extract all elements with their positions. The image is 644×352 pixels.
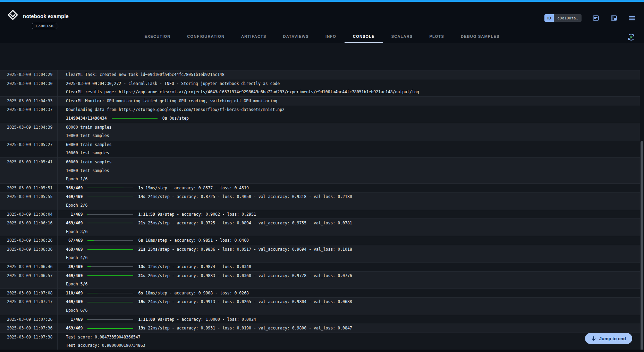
log-group: 2025-03-09 11:07:38Test score: 0.0847335… [0, 333, 644, 350]
log-timestamp: 2025-03-09 11:05:55 [0, 192, 58, 209]
tab-artifacts[interactable]: ARTIFACTS [233, 31, 275, 43]
progress-count: 469/469 [66, 298, 83, 306]
log-timestamp: 2025-03-09 11:06:46 [0, 263, 58, 271]
log-line: Epoch 2/6 [58, 201, 644, 210]
progress-count: 67/469 [66, 236, 83, 245]
log-group: 2025-03-09 11:06:46 39/46913s32ms/step -… [0, 263, 644, 272]
add-tag-button[interactable]: + ADD TAG [32, 23, 59, 29]
progress-time: 1:11:09 [138, 315, 155, 324]
log-timestamp: 2025-03-09 11:05:51 [0, 184, 58, 192]
log-line: 1/4691:11:599s/step - accuracy: 0.9062 -… [58, 210, 644, 219]
details-panel-icon[interactable] [610, 14, 618, 22]
progress-bar [87, 266, 133, 267]
console-log: 2025-03-09 11:04:29ClearML Task: created… [0, 70, 644, 350]
log-group: 2025-03-09 11:04:3960000 train samples10… [0, 123, 644, 140]
progress-bar [87, 275, 133, 276]
jump-to-end-button[interactable]: Jump to end [585, 333, 632, 344]
log-messages: 60000 train samples10000 test samples [58, 140, 644, 157]
progress-count: 469/469 [66, 245, 83, 254]
progress-bar [87, 197, 133, 197]
log-messages: ClearML Monitor: GPU monitoring failed g… [58, 97, 644, 105]
progress-bar-fill [87, 188, 124, 188]
progress-bar [87, 214, 133, 215]
progress-bar-fill [87, 328, 133, 329]
progress-count: 469/469 [66, 192, 83, 201]
progress-bar [112, 118, 158, 119]
progress-bar [87, 302, 133, 302]
log-line: 67/4696s16ms/step - accuracy: 0.9851 - l… [58, 236, 644, 245]
jump-to-end-label: Jump to end [599, 336, 626, 341]
tab-execution[interactable]: EXECUTION [136, 31, 179, 43]
task-title: notebook example [23, 13, 69, 19]
progress-count: 1/469 [66, 210, 83, 219]
clearml-task-window: COMPLETED notebook example + ADD TAG ID … [0, 0, 644, 352]
tab-debug-samples[interactable]: DEBUG SAMPLES [452, 31, 508, 43]
log-group: 2025-03-09 11:07:08110/4696s18ms/step - … [0, 289, 644, 298]
log-line: Epoch 5/6 [58, 280, 644, 289]
log-timestamp: 2025-03-09 11:04:39 [0, 123, 58, 140]
log-group: 2025-03-09 11:07:26 1/4691:11:099s/step … [0, 315, 644, 324]
log-line: ClearML results page: https://app.acme-c… [58, 88, 644, 96]
log-line: 1/4691:11:099s/step - accuracy: 1.0000 -… [58, 315, 644, 324]
log-line: 469/46919s24ms/step - accuracy: 0.9913 -… [58, 298, 644, 306]
log-messages: 469/46919s22ms/step - accuracy: 0.9931 -… [58, 324, 644, 333]
progress-time: 6s [138, 236, 143, 245]
progress-bar [87, 249, 133, 250]
log-line: 110/4696s18ms/step - accuracy: 0.9908 - … [58, 289, 644, 298]
progress-bar-fill [87, 302, 133, 302]
log-group: 2025-03-09 11:05:51368/4691s19ms/step - … [0, 184, 644, 193]
progress-bar-fill [87, 275, 133, 276]
tab-scalars[interactable]: SCALARS [383, 31, 421, 43]
menu-icon[interactable] [628, 14, 636, 22]
progress-metrics: 19ms/step - accuracy: 0.8577 - loss: 0.4… [145, 184, 249, 192]
log-timestamp: 2025-03-09 11:06:04 [0, 210, 58, 219]
log-messages: 39/46913s32ms/step - accuracy: 0.9874 - … [58, 263, 644, 271]
log-timestamp: 2025-03-09 11:06:16 [0, 219, 58, 236]
log-line: 469/46919s22ms/step - accuracy: 0.9931 -… [58, 324, 644, 333]
progress-time: 13s [138, 263, 145, 271]
progress-time: 21s [138, 219, 145, 227]
progress-bar-fill [87, 240, 94, 241]
log-messages: 1/4691:11:599s/step - accuracy: 0.9062 -… [58, 210, 644, 219]
log-group: 2025-03-09 11:06:57469/46921s26ms/step -… [0, 272, 644, 289]
log-messages: 60000 train samples10000 test samples [58, 123, 644, 140]
tab-dataviews[interactable]: DATAVIEWS [275, 31, 317, 43]
auto-refresh-icon[interactable] [627, 33, 636, 43]
progress-bar-fill [112, 118, 158, 119]
progress-time: 1:11:59 [138, 210, 155, 219]
log-line: 2025-03-09 09:04:30,272 - clearml.Task -… [58, 79, 644, 88]
progress-metrics: 25ms/step - accuracy: 0.9836 - loss: 0.0… [148, 245, 352, 254]
tab-configuration[interactable]: CONFIGURATION [179, 31, 233, 43]
progress-count: 110/469 [66, 289, 83, 298]
log-messages: 469/46919s24ms/step - accuracy: 0.9913 -… [58, 298, 644, 315]
progress-metrics: 0us/step [170, 114, 189, 123]
log-line: Test score: 0.08473359048366547 [58, 333, 644, 342]
progress-bar [87, 240, 133, 241]
log-timestamp: 2025-03-09 11:05:41 [0, 158, 58, 183]
log-line: 10000 test samples [58, 166, 644, 175]
progress-count: 39/469 [66, 263, 83, 271]
progress-count: 469/469 [66, 272, 83, 280]
progress-metrics: 24ms/step - accuracy: 0.8725 - loss: 0.4… [148, 192, 352, 201]
progress-bar-fill [87, 293, 98, 293]
log-line: 60000 train samples [58, 123, 644, 132]
task-id-badge[interactable]: ID e9d100fa… [544, 14, 582, 22]
log-timestamp: 2025-03-09 11:04:29 [0, 70, 58, 79]
progress-time: 14s [138, 192, 145, 201]
log-group: 2025-03-09 11:05:55469/46914s24ms/step -… [0, 192, 644, 210]
tab-console[interactable]: CONSOLE [345, 31, 383, 43]
log-line: 10000 test samples [58, 149, 644, 157]
tab-info[interactable]: INFO [317, 31, 345, 43]
progress-bar [87, 319, 133, 320]
tab-plots[interactable]: PLOTS [421, 31, 452, 43]
scrollbar-track[interactable] [640, 70, 644, 352]
comments-icon[interactable] [592, 14, 600, 22]
log-group: 2025-03-09 11:04:37Downloading data from… [0, 105, 644, 123]
task-header: notebook example + ADD TAG ID e9d100fa… [0, 2, 644, 31]
bottom-strip [0, 350, 644, 352]
log-messages: 368/4691s19ms/step - accuracy: 0.8577 - … [58, 184, 644, 192]
log-messages: 2025-03-09 09:04:30,272 - clearml.Task -… [58, 79, 644, 96]
clearml-logo-icon [8, 10, 18, 22]
scrollbar-thumb[interactable] [641, 141, 643, 352]
log-line: 60000 train samples [58, 140, 644, 149]
